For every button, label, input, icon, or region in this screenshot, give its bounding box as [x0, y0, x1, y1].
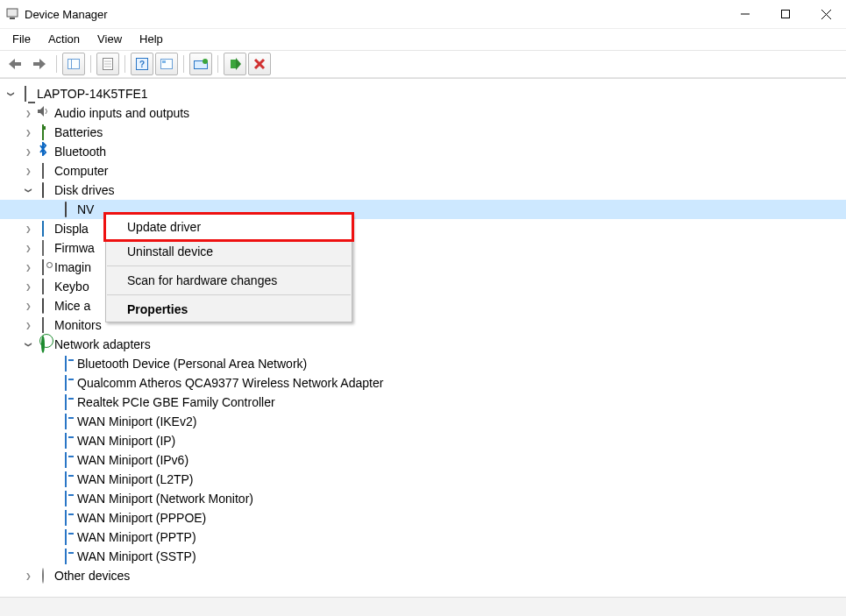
context-menu-item[interactable]: Properties — [106, 297, 352, 322]
icon-slot — [18, 86, 33, 102]
net-adapter-icon — [65, 354, 67, 373]
tree-device[interactable]: Bluetooth Device (Personal Area Network) — [0, 354, 846, 373]
tree-category-computer[interactable]: Computer — [0, 161, 846, 181]
icon-slot — [58, 414, 74, 429]
toolbar-back-button[interactable] — [4, 53, 26, 75]
icon-slot — [35, 182, 51, 198]
menu-view[interactable]: View — [89, 31, 131, 47]
icon-slot — [35, 163, 51, 179]
tree-label: Audio inputs and outputs — [54, 103, 189, 123]
icon-slot — [58, 529, 74, 545]
menu-file[interactable]: File — [4, 31, 39, 47]
expander-icon[interactable] — [21, 335, 35, 354]
toolbar-enable-button[interactable] — [224, 53, 246, 75]
svg-marker-24 — [38, 106, 44, 117]
tree-device[interactable]: WAN Miniport (SSTP) — [0, 547, 846, 566]
tree-category-audio[interactable]: Audio inputs and outputs — [0, 103, 846, 123]
context-menu-item[interactable]: Uninstall device — [106, 239, 352, 264]
svg-marker-21 — [236, 58, 241, 70]
expander-icon[interactable] — [21, 277, 35, 296]
device-manager-window: Device Manager File Action View Help ? L… — [0, 0, 846, 616]
svg-marker-6 — [9, 59, 21, 69]
toolbar-properties-button[interactable] — [96, 53, 119, 75]
toolbar: ? — [0, 50, 846, 77]
tree-root[interactable]: LAPTOP-14K5TFE1 — [0, 84, 846, 103]
net-adapter-icon — [65, 547, 67, 566]
menubar: File Action View Help — [0, 29, 846, 50]
svg-rect-3 — [782, 11, 790, 18]
toolbar-forward-button[interactable] — [28, 53, 51, 75]
minimize-button[interactable] — [725, 0, 765, 28]
svg-rect-17 — [162, 60, 166, 63]
toolbar-action-button[interactable] — [155, 53, 178, 75]
expander-icon[interactable] — [21, 161, 35, 181]
toolbar-uninstall-button[interactable] — [248, 53, 271, 75]
expander-icon[interactable] — [21, 566, 35, 585]
close-button[interactable] — [806, 0, 846, 28]
svg-rect-8 — [68, 59, 80, 68]
expander-icon[interactable] — [21, 123, 35, 142]
tree-device[interactable]: Realtek PCIe GBE Family Controller — [0, 393, 846, 412]
tree-device[interactable]: WAN Miniport (PPTP) — [0, 527, 846, 547]
tree-label: Qualcomm Atheros QCA9377 Wireless Networ… — [77, 373, 383, 393]
toolbar-separator — [124, 55, 125, 73]
device-tree[interactable]: LAPTOP-14K5TFE1Audio inputs and outputsB… — [0, 79, 846, 597]
icon-slot — [35, 317, 51, 333]
tree-device[interactable]: WAN Miniport (PPPOE) — [0, 508, 846, 527]
keyboard-icon — [42, 277, 44, 296]
camera-icon — [42, 258, 44, 277]
tree-label: WAN Miniport (IPv6) — [77, 450, 188, 470]
tree-label: LAPTOP-14K5TFE1 — [37, 84, 148, 103]
expander-icon[interactable] — [21, 296, 35, 315]
toolbar-help-button[interactable]: ? — [131, 53, 153, 75]
battery-icon — [42, 123, 44, 142]
icon-slot — [58, 394, 74, 410]
firmware-icon — [42, 238, 44, 258]
menu-action[interactable]: Action — [39, 31, 89, 47]
expander-icon[interactable] — [21, 103, 35, 123]
client-area: LAPTOP-14K5TFE1Audio inputs and outputsB… — [0, 78, 846, 597]
expander-icon[interactable] — [21, 315, 35, 335]
tree-category-network[interactable]: Network adapters — [0, 335, 846, 354]
tree-label: Keybo — [54, 277, 89, 296]
window-controls — [725, 0, 846, 28]
tree-label: Network adapters — [54, 335, 151, 354]
expander-icon[interactable] — [21, 238, 35, 258]
maximize-button[interactable] — [765, 0, 806, 28]
toolbar-show-tree-button[interactable] — [62, 53, 85, 75]
expander-icon[interactable] — [21, 258, 35, 277]
tree-device[interactable]: WAN Miniport (IKEv2) — [0, 412, 846, 431]
net-adapter-icon — [65, 412, 67, 431]
tree-device[interactable]: Qualcomm Atheros QCA9377 Wireless Networ… — [0, 373, 846, 393]
menu-help[interactable]: Help — [131, 31, 172, 47]
icon-slot — [35, 221, 51, 237]
tree-category-other[interactable]: Other devices — [0, 566, 846, 585]
svg-text:?: ? — [139, 60, 145, 69]
svg-point-19 — [203, 59, 208, 64]
tree-device[interactable]: WAN Miniport (L2TP) — [0, 470, 846, 489]
tree-label: Imagin — [54, 258, 91, 277]
tree-label: WAN Miniport (IP) — [77, 431, 175, 450]
expander-icon[interactable] — [21, 181, 35, 200]
svg-marker-7 — [33, 59, 46, 69]
tree-category-bluetooth[interactable]: Bluetooth — [0, 142, 846, 161]
svg-rect-1 — [10, 18, 15, 19]
context-menu-item[interactable]: Scan for hardware changes — [106, 268, 352, 293]
context-menu-item[interactable]: Update driver — [103, 212, 354, 242]
net-adapter-icon — [65, 508, 67, 527]
tree-category-batteries[interactable]: Batteries — [0, 123, 846, 142]
expander-icon[interactable] — [21, 142, 35, 161]
tree-label: Computer — [54, 161, 108, 181]
tree-category-disk[interactable]: Disk drives — [0, 181, 846, 200]
speaker-icon — [37, 103, 49, 123]
tree-device[interactable]: WAN Miniport (IPv6) — [0, 450, 846, 470]
tree-label: Monitors — [54, 315, 102, 335]
net-adapter-icon — [65, 393, 67, 412]
toolbar-update-driver-button[interactable] — [189, 53, 212, 75]
tree-label: Batteries — [54, 123, 103, 142]
tree-device[interactable]: WAN Miniport (Network Monitor) — [0, 489, 846, 508]
tree-device[interactable]: WAN Miniport (IP) — [0, 431, 846, 450]
icon-slot — [58, 510, 74, 526]
expander-icon[interactable] — [4, 84, 18, 103]
expander-icon[interactable] — [21, 219, 35, 238]
